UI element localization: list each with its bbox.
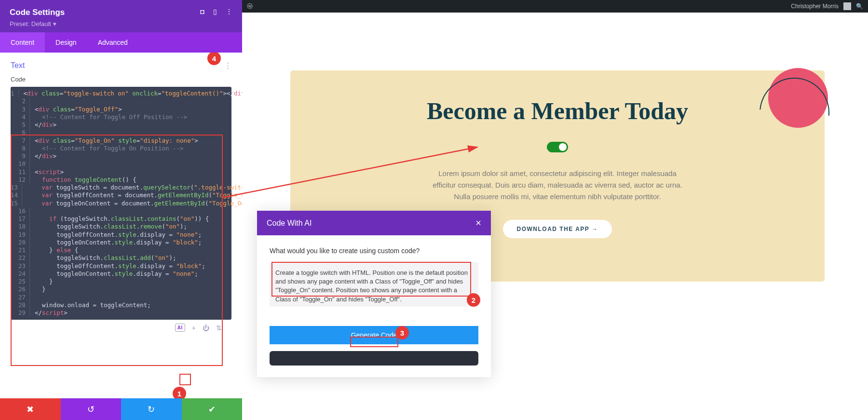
- code-line[interactable]: 7<div class="Toggle_On" style="display: …: [11, 137, 231, 145]
- plus-icon[interactable]: +: [192, 324, 196, 332]
- code-line[interactable]: 11<script>: [11, 168, 231, 176]
- code-line[interactable]: 27: [11, 294, 231, 301]
- hero-title: Become a Member Today: [319, 97, 796, 125]
- code-line[interactable]: 22 toggleSwitch.classList.add("on");: [11, 254, 231, 262]
- sort-icon[interactable]: ⇅: [216, 324, 222, 332]
- code-line[interactable]: 8 <!-- Content for Toggle On Position --…: [11, 145, 231, 152]
- annotation-badge-1: 1: [173, 387, 186, 398]
- code-editor[interactable]: 1<div class="toggle-switch on" onclick="…: [11, 87, 231, 320]
- ai-modal: Code With AI × What would you like to cr…: [257, 211, 491, 377]
- redo-button[interactable]: ↻: [121, 398, 182, 420]
- code-line[interactable]: 19 toggleOffContent.style.display = "non…: [11, 231, 231, 239]
- code-line[interactable]: 15 var toggleOnContent = document.getEle…: [11, 200, 231, 207]
- tab-content[interactable]: Content: [0, 32, 45, 53]
- cancel-button[interactable]: ✖: [0, 398, 61, 420]
- power-icon[interactable]: ⏻: [203, 324, 209, 332]
- ai-modal-header: Code With AI ×: [257, 211, 491, 235]
- more-icon[interactable]: ⋮: [226, 8, 232, 15]
- hero-paragraph: Lorem ipsum dolor sit amet, consectetur …: [427, 168, 688, 203]
- annotation-badge-2: 2: [467, 293, 480, 307]
- code-line[interactable]: 21 } else {: [11, 246, 231, 254]
- code-line[interactable]: 1<div class="toggle-switch on" onclick="…: [11, 90, 231, 97]
- wordpress-icon[interactable]: ⓦ: [247, 2, 253, 11]
- code-line[interactable]: 13 var toggleSwitch = document.querySele…: [11, 184, 231, 191]
- code-line[interactable]: 12 function toggleContent() {: [11, 176, 231, 184]
- panel-header: Code Settings Preset: Default ▾ ◘ ▯ ⋮: [0, 0, 242, 32]
- code-field-label: Code: [11, 76, 231, 83]
- panel-tabs: Content Design Advanced: [0, 32, 242, 53]
- settings-panel: Code Settings Preset: Default ▾ ◘ ▯ ⋮ Co…: [0, 0, 242, 420]
- panel-actions: ✖ ↺ ↻ ✔: [0, 398, 242, 420]
- help-icon[interactable]: ◘: [201, 8, 204, 15]
- annotation-badge-3: 3: [395, 326, 409, 339]
- avatar[interactable]: [843, 2, 851, 10]
- code-line[interactable]: 20 toggleOnContent.style.display = "bloc…: [11, 239, 231, 246]
- code-line[interactable]: 9</div>: [11, 152, 231, 160]
- code-toolbar: AI + ⏻ ⇅: [11, 320, 231, 338]
- code-line[interactable]: 2: [11, 97, 231, 105]
- code-output-preview: [270, 351, 478, 366]
- wp-username[interactable]: Christopher Morris: [791, 3, 839, 10]
- annotation-box-1: [179, 374, 191, 385]
- wp-admin-bar[interactable]: ⓦ Christopher Morris 🔍: [242, 0, 868, 13]
- tab-advanced[interactable]: Advanced: [87, 32, 138, 53]
- close-icon[interactable]: ×: [475, 217, 481, 229]
- toggle-switch[interactable]: [547, 142, 568, 152]
- ai-icon[interactable]: AI: [175, 324, 185, 332]
- code-line[interactable]: 26 }: [11, 285, 231, 293]
- collapse-icon[interactable]: ▯: [213, 8, 217, 15]
- code-line[interactable]: 18 toggleSwitch.classList.remove("on");: [11, 223, 231, 230]
- code-line[interactable]: 29</script>: [11, 309, 231, 317]
- code-line[interactable]: 10: [11, 160, 231, 168]
- code-line[interactable]: 24 toggleOnContent.style.display = "none…: [11, 270, 231, 278]
- code-line[interactable]: 23 toggleOffContent.style.display = "blo…: [11, 262, 231, 270]
- tab-design[interactable]: Design: [45, 32, 87, 53]
- download-button[interactable]: DOWNLOAD THE APP →: [503, 220, 611, 238]
- save-button[interactable]: ✔: [182, 398, 243, 420]
- code-line[interactable]: 14 var toggleOffContent = document.getEl…: [11, 191, 231, 199]
- generate-code-button[interactable]: Generate Code: [270, 326, 478, 344]
- code-line[interactable]: 28 window.onload = toggleContent;: [11, 301, 231, 309]
- section-title-text[interactable]: Text: [11, 61, 25, 70]
- undo-button[interactable]: ↺: [61, 398, 122, 420]
- code-line[interactable]: 6: [11, 129, 231, 136]
- search-icon[interactable]: 🔍: [856, 3, 863, 10]
- ai-prompt-input[interactable]: [270, 262, 478, 307]
- decorative-arc: [745, 63, 843, 162]
- code-line[interactable]: 16: [11, 207, 231, 215]
- code-line[interactable]: 25 }: [11, 278, 231, 285]
- panel-body: Text ⌃ ⋮ Code 1<div class="toggle-switch…: [0, 53, 242, 398]
- code-line[interactable]: 17 if (toggleSwitch.classList.contains("…: [11, 215, 231, 223]
- ai-modal-title: Code With AI: [267, 219, 312, 228]
- preset-selector[interactable]: Preset: Default ▾: [10, 20, 65, 27]
- panel-title: Code Settings: [10, 8, 65, 17]
- section-more-icon[interactable]: ⋮: [224, 61, 231, 70]
- code-line[interactable]: 3<div class="Toggle_Off">: [11, 106, 231, 113]
- code-line[interactable]: 5</div>: [11, 121, 231, 129]
- ai-prompt-label: What would you like to create using cust…: [270, 247, 478, 255]
- toggle-knob: [559, 143, 567, 151]
- code-line[interactable]: 4 <!-- Content for Toggle Off Position -…: [11, 113, 231, 121]
